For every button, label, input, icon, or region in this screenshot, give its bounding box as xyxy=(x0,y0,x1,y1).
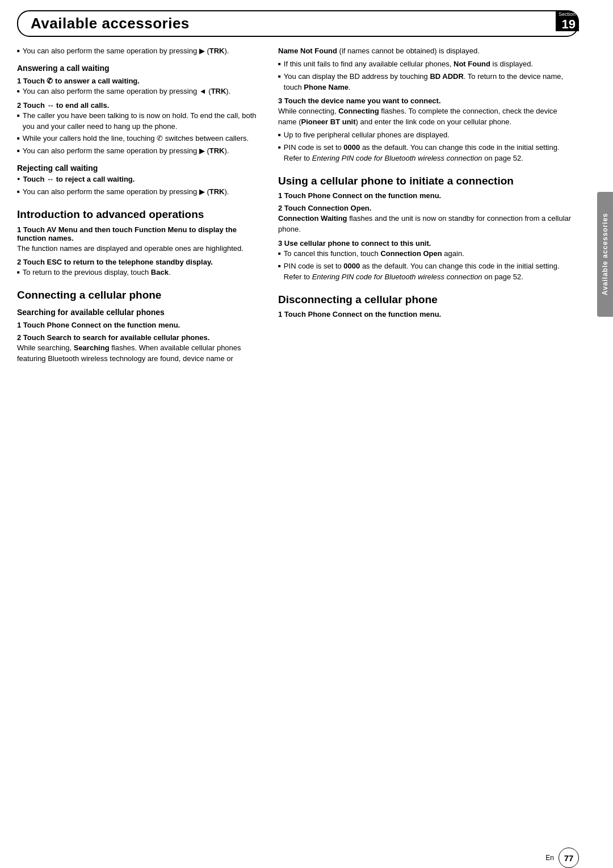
rejecting-heading: Rejecting call waiting xyxy=(17,163,267,173)
top-bullet-1-text: You can also perform the same operation … xyxy=(23,46,229,57)
connecting-heading: Connecting a cellular phone xyxy=(17,288,267,302)
footer-lang: En xyxy=(545,854,554,862)
rejecting-call-waiting-section: Rejecting call waiting Touch ↔ to reject… xyxy=(17,163,267,198)
section-badge: Section 19 xyxy=(556,10,579,31)
answering-heading: Answering a call waiting xyxy=(17,64,267,73)
using-cellular-section: Using a cellular phone to initiate a con… xyxy=(278,174,573,283)
using-cellular-heading: Using a cellular phone to initiate a con… xyxy=(278,174,573,188)
intro-step2-bullet1: To return to the previous display, touch… xyxy=(17,267,267,278)
right-column: Name Not Found (if names cannot be obtai… xyxy=(278,46,613,367)
intro-step2-heading: 2 Touch ESC to return to the telephone s… xyxy=(17,258,267,266)
searching-heading: Searching for available cellular phones xyxy=(17,308,267,317)
intro-advanced-section: Introduction to advanced operations 1 To… xyxy=(17,208,267,278)
footer: En 77 xyxy=(545,848,579,868)
reject-step1-bullet1: You can also perform the same operation … xyxy=(17,187,267,198)
content-area: You can also perform the same operation … xyxy=(0,46,613,367)
using-step1-heading: 1 Touch Phone Connect on the function me… xyxy=(278,191,573,200)
name-not-found-bullet1: If this unit fails to find any available… xyxy=(278,59,573,70)
header-bar: Available accessories Section 19 xyxy=(17,10,579,37)
left-column: You can also perform the same operation … xyxy=(17,46,278,367)
footer-page: 77 xyxy=(559,848,579,868)
connect-step2-heading: 2 Touch Search to search for available c… xyxy=(17,333,267,342)
intro-advanced-heading: Introduction to advanced operations xyxy=(17,208,267,221)
name-not-found-bullet2: You can display the BD address by touchi… xyxy=(278,72,573,93)
answer-step2-bullet2: While your callers hold the line, touchi… xyxy=(17,133,267,144)
disconnect-step1-heading: 1 Touch Phone Connect on the function me… xyxy=(278,310,573,318)
using-step2-body: Connection Waiting flashes and the unit … xyxy=(278,213,573,235)
disconnecting-heading: Disconnecting a cellular phone xyxy=(278,293,573,307)
sidebar-tab-text: Available accessories xyxy=(601,213,609,295)
answer-step1-heading: 1 Touch ✆ to answer a call waiting. xyxy=(17,77,267,85)
right-step3-heading: 3 Touch the device name you want to conn… xyxy=(278,97,573,105)
connect-step2-body: While searching, Searching flashes. When… xyxy=(17,343,267,364)
right-step3-bullet2: PIN code is set to 0000 as the default. … xyxy=(278,142,573,164)
answering-call-waiting-section: Answering a call waiting 1 Touch ✆ to an… xyxy=(17,64,267,157)
answer-step2-bullet1: The caller you have been talking to is n… xyxy=(17,111,267,132)
intro-step1-body: The function names are displayed and ope… xyxy=(17,244,267,254)
right-step3-bullet1: Up to five peripheral cellular phones ar… xyxy=(278,130,573,141)
connecting-cellular-section: Connecting a cellular phone Searching fo… xyxy=(17,288,267,364)
page-title: Available accessories xyxy=(31,15,190,32)
answer-step1-bullet1: You can also perform the same operation … xyxy=(17,86,267,97)
reject-step1-heading: Touch ↔ to reject a call waiting. xyxy=(17,174,267,185)
intro-step1-heading: 1 Touch AV Menu and then touch Function … xyxy=(17,225,267,242)
section-number: 19 xyxy=(559,18,576,31)
connect-step1-heading: 1 Touch Phone Connect on the function me… xyxy=(17,321,267,329)
name-not-found-text: Name Not Found (if names cannot be obtai… xyxy=(278,46,573,57)
using-step3-bullet2: PIN code is set to 0000 as the default. … xyxy=(278,261,573,283)
sidebar-tab: Available accessories xyxy=(597,192,613,317)
right-step3-body: While connecting, Connecting flashes. To… xyxy=(278,106,573,128)
using-step3-bullet1: To cancel this function, touch Connectio… xyxy=(278,249,573,259)
disconnecting-cellular-section: Disconnecting a cellular phone 1 Touch P… xyxy=(278,293,573,319)
using-step2-heading: 2 Touch Connection Open. xyxy=(278,204,573,212)
answer-step2-heading: 2 Touch ↔ to end all calls. xyxy=(17,101,267,110)
page-container: Available accessories Section 19 You can… xyxy=(0,10,613,868)
using-step3-heading: 3 Use cellular phone to connect to this … xyxy=(278,239,573,248)
answer-step2-bullet3: You can also perform the same operation … xyxy=(17,146,267,157)
top-bullet-1: You can also perform the same operation … xyxy=(17,46,267,57)
